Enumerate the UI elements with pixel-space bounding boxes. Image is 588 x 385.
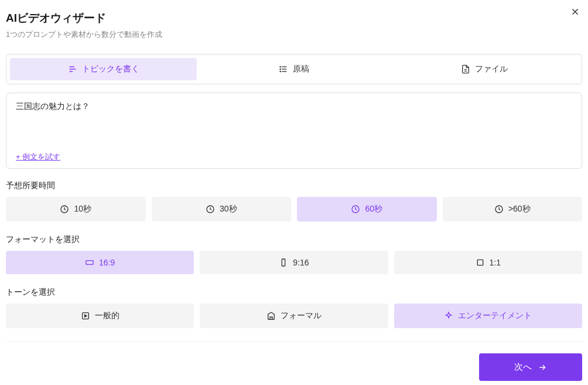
duration-10s-label: 10秒 — [74, 204, 91, 214]
tab-script[interactable]: 原稿 — [200, 58, 387, 80]
try-example-link[interactable]: + 例文を試す — [16, 152, 60, 162]
file-icon — [461, 64, 470, 74]
script-icon — [279, 64, 288, 74]
page-subtitle: 1つのプロンプトや素材から数分で動画を作成 — [6, 29, 582, 40]
duration-30s[interactable]: 30秒 — [152, 197, 292, 222]
close-button[interactable] — [568, 5, 582, 19]
square-icon — [476, 258, 485, 267]
prompt-input[interactable]: 三国志の魅力とは？ + 例文を試す — [6, 93, 582, 169]
format-16-9[interactable]: 16:9 — [6, 251, 194, 274]
tone-formal[interactable]: フォーマル — [200, 304, 388, 328]
duration-30s-label: 30秒 — [220, 204, 237, 214]
tone-options: 一般的 フォーマル エンターテイメント — [6, 304, 582, 328]
format-options: 16:9 9:16 1:1 — [6, 251, 582, 274]
format-16-9-label: 16:9 — [99, 258, 115, 267]
next-button-label: 次へ — [514, 362, 532, 373]
portrait-icon — [279, 258, 288, 267]
tab-topic[interactable]: トピックを書く — [10, 58, 197, 80]
duration-10s[interactable]: 10秒 — [6, 197, 146, 222]
duration-60s[interactable]: 60秒 — [297, 197, 437, 222]
duration-60s-label: 60秒 — [365, 204, 382, 214]
svg-point-2 — [280, 71, 281, 71]
duration-label: 予想所要時間 — [6, 180, 582, 191]
tone-general[interactable]: 一般的 — [6, 304, 194, 328]
tab-topic-label: トピックを書く — [82, 64, 139, 74]
duration-over60s-label: >60秒 — [508, 204, 531, 214]
close-icon — [570, 6, 580, 17]
format-1-1[interactable]: 1:1 — [394, 251, 582, 274]
tone-label: トーンを選択 — [6, 287, 582, 298]
format-1-1-label: 1:1 — [490, 258, 501, 267]
svg-point-1 — [280, 69, 281, 69]
duration-options: 10秒 30秒 60秒 >60秒 — [6, 197, 582, 222]
format-9-16-label: 9:16 — [293, 258, 309, 267]
svg-point-0 — [280, 66, 281, 67]
svg-rect-7 — [86, 261, 93, 265]
tone-formal-label: フォーマル — [281, 311, 322, 321]
clock-icon — [494, 205, 504, 214]
topic-icon — [68, 64, 77, 74]
tab-script-label: 原稿 — [293, 64, 309, 74]
tone-entertainment-label: エンターテイメント — [458, 311, 532, 321]
input-mode-tabs: トピックを書く 原稿 ファイル — [6, 54, 582, 84]
format-9-16[interactable]: 9:16 — [200, 251, 388, 274]
tone-general-label: 一般的 — [95, 311, 119, 321]
prompt-text: 三国志の魅力とは？ — [16, 101, 572, 112]
divider — [6, 341, 582, 342]
tone-entertainment[interactable]: エンターテイメント — [394, 304, 582, 328]
format-label: フォーマットを選択 — [6, 234, 582, 245]
sparkle-icon — [444, 311, 453, 321]
building-icon — [266, 311, 276, 321]
svg-rect-9 — [477, 260, 483, 265]
clock-icon — [60, 205, 69, 214]
play-box-icon — [81, 311, 90, 321]
next-button[interactable]: 次へ — [479, 353, 582, 381]
page-title: AIビデオウィザード — [6, 11, 582, 26]
duration-over60s[interactable]: >60秒 — [443, 197, 583, 222]
footer: 次へ — [6, 353, 582, 385]
svg-rect-8 — [282, 259, 285, 266]
clock-icon — [206, 205, 215, 214]
tab-file-label: ファイル — [475, 64, 508, 74]
arrow-right-icon — [538, 363, 547, 372]
landscape-icon — [85, 258, 94, 267]
clock-icon — [351, 205, 360, 214]
tab-file[interactable]: ファイル — [391, 58, 578, 80]
